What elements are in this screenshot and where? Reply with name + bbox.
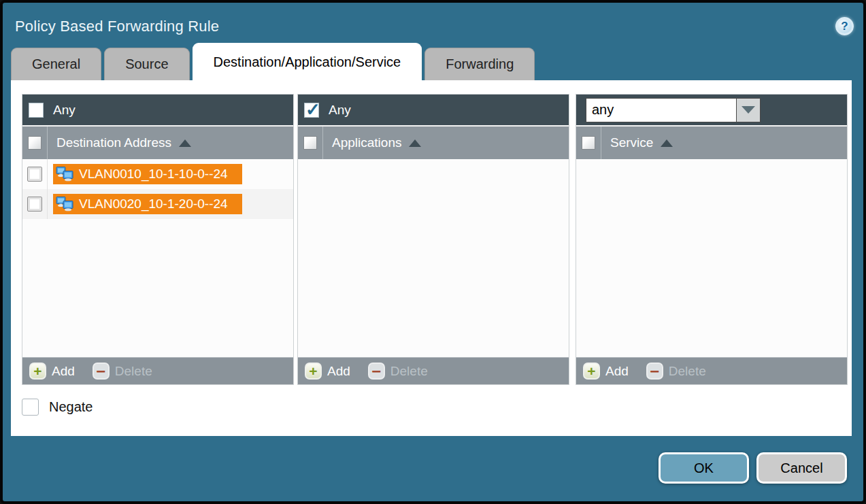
- applications-panel-footer: + Add − Delete: [298, 357, 569, 384]
- list-item[interactable]: VLAN0010_10-1-10-0--24: [22, 159, 293, 189]
- row-checkbox[interactable]: [27, 197, 42, 212]
- destination-any-checkbox[interactable]: [29, 103, 44, 118]
- delete-label: Delete: [115, 364, 152, 379]
- negate-checkbox[interactable]: [22, 399, 39, 416]
- network-icon: [56, 197, 73, 212]
- address-object-chip[interactable]: VLAN0010_10-1-10-0--24: [53, 164, 242, 184]
- add-label: Add: [605, 364, 629, 379]
- add-icon: +: [583, 363, 600, 380]
- add-icon: +: [29, 363, 46, 380]
- service-column-header[interactable]: Service: [610, 135, 653, 150]
- delete-label: Delete: [390, 364, 428, 379]
- service-delete-button[interactable]: − Delete: [646, 363, 706, 380]
- tab-general[interactable]: General: [11, 48, 101, 80]
- sort-ascending-icon[interactable]: [179, 139, 191, 147]
- policy-based-forwarding-dialog: Policy Based Forwarding Rule ? General S…: [0, 0, 866, 504]
- service-add-button[interactable]: + Add: [583, 363, 629, 380]
- service-dropdown-value[interactable]: any: [586, 98, 737, 122]
- destination-any-label: Any: [53, 103, 76, 118]
- row-checkbox-cell: [22, 159, 48, 189]
- destination-select-all-cell: [22, 127, 48, 159]
- applications-column-header-row: Applications: [298, 125, 569, 159]
- applications-panel: Any Applications + Add −: [297, 94, 569, 385]
- applications-delete-button[interactable]: − Delete: [368, 363, 428, 380]
- dialog-titlebar: Policy Based Forwarding Rule ?: [3, 3, 863, 43]
- add-icon: +: [305, 363, 322, 380]
- destination-panel-footer: + Add − Delete: [22, 357, 293, 384]
- applications-select-all-checkbox[interactable]: [303, 136, 317, 150]
- address-object-label: VLAN0010_10-1-10-0--24: [79, 167, 228, 182]
- applications-select-all-cell: [298, 127, 323, 159]
- destination-address-panel: Any Destination Address: [22, 94, 294, 385]
- service-select-all-cell: [576, 127, 601, 159]
- tab-source[interactable]: Source: [104, 48, 189, 80]
- destination-address-list: VLAN0010_10-1-10-0--24: [22, 159, 293, 357]
- three-column-layout: Any Destination Address: [22, 94, 852, 385]
- service-column-header-row: Service: [576, 125, 847, 159]
- ok-button[interactable]: OK: [659, 452, 749, 484]
- service-panel-footer: + Add − Delete: [576, 357, 847, 384]
- row-checkbox-cell: [22, 189, 48, 219]
- service-list: [576, 159, 847, 357]
- chevron-down-icon: [742, 106, 755, 114]
- tab-bar: General Source Destination/Application/S…: [11, 43, 863, 80]
- dialog-title: Policy Based Forwarding Rule: [15, 18, 219, 35]
- applications-any-bar: Any: [298, 95, 569, 125]
- service-panel: any Service +: [576, 94, 848, 385]
- add-label: Add: [327, 364, 350, 379]
- cancel-button[interactable]: Cancel: [756, 452, 847, 484]
- applications-any-label: Any: [329, 103, 351, 118]
- row-checkbox[interactable]: [27, 167, 42, 182]
- service-dropdown-button[interactable]: [737, 98, 761, 122]
- destination-delete-button[interactable]: − Delete: [93, 363, 152, 380]
- dialog-button-bar: OK Cancel: [3, 436, 863, 501]
- tab-content: Any Destination Address: [11, 80, 852, 436]
- sort-ascending-icon[interactable]: [661, 139, 673, 147]
- service-select-all-checkbox[interactable]: [582, 136, 595, 150]
- add-label: Add: [52, 364, 75, 379]
- applications-list: [298, 159, 569, 357]
- tab-forwarding[interactable]: Forwarding: [424, 48, 535, 80]
- destination-any-bar: Any: [22, 95, 293, 125]
- service-any-bar: any: [576, 95, 847, 125]
- destination-column-header[interactable]: Destination Address: [56, 135, 171, 150]
- list-item[interactable]: VLAN0020_10-1-20-0--24: [22, 189, 293, 219]
- service-dropdown[interactable]: any: [586, 98, 761, 122]
- delete-icon: −: [646, 363, 663, 380]
- applications-any-checkbox[interactable]: [304, 103, 319, 118]
- negate-label: Negate: [49, 399, 93, 415]
- applications-add-button[interactable]: + Add: [305, 363, 350, 380]
- delete-icon: −: [368, 363, 385, 380]
- delete-label: Delete: [669, 364, 706, 379]
- help-icon[interactable]: ?: [835, 17, 854, 35]
- address-object-label: VLAN0020_10-1-20-0--24: [79, 197, 228, 212]
- destination-add-button[interactable]: + Add: [29, 363, 75, 380]
- destination-column-header-row: Destination Address: [22, 125, 293, 159]
- applications-column-header[interactable]: Applications: [332, 135, 401, 150]
- network-icon: [56, 167, 73, 182]
- negate-row: Negate: [22, 399, 852, 416]
- destination-select-all-checkbox[interactable]: [28, 136, 41, 150]
- tab-destination-application-service[interactable]: Destination/Application/Service: [193, 43, 422, 80]
- sort-ascending-icon[interactable]: [409, 139, 421, 147]
- address-object-chip[interactable]: VLAN0020_10-1-20-0--24: [53, 194, 242, 214]
- delete-icon: −: [93, 363, 110, 380]
